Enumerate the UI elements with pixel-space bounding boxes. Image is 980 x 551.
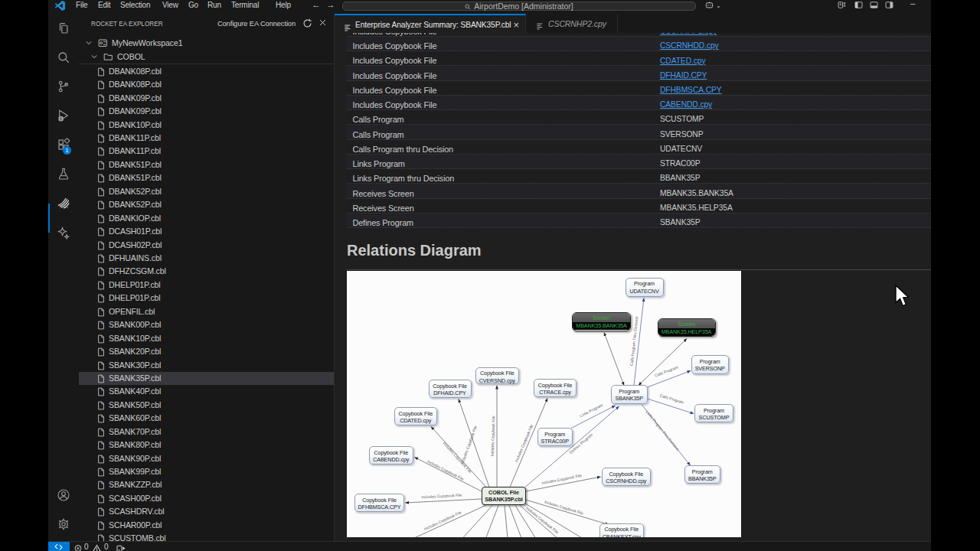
svg-text:Includes Copybook File: Includes Copybook File	[525, 505, 560, 534]
svg-text:Includes Copybook File: Includes Copybook File	[423, 510, 462, 531]
svg-text:Includes Copybook File: Includes Copybook File	[541, 473, 582, 485]
svg-text:Includes Copybook File: Includes Copybook File	[544, 499, 584, 515]
svg-text:Includes Copybook File: Includes Copybook File	[514, 423, 534, 462]
svg-text:Links Program: Links Program	[579, 403, 603, 418]
svg-text:Links Program Thru Decision: Links Program Thru Decision	[645, 409, 681, 452]
svg-text:Calls Program: Calls Program	[659, 393, 684, 404]
svg-text:Includes Copybook File: Includes Copybook File	[490, 416, 496, 456]
svg-text:Includes Copybook File: Includes Copybook File	[421, 492, 462, 499]
